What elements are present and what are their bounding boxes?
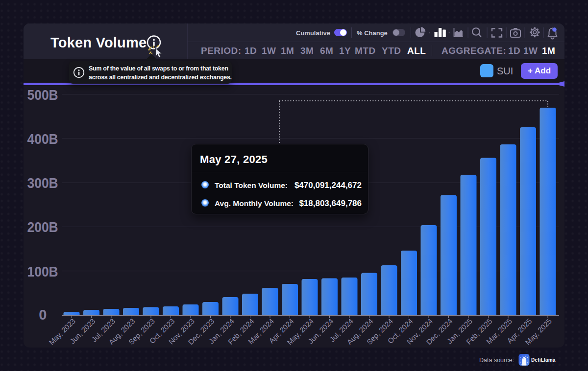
svg-text:100B: 100B — [27, 264, 58, 279]
svg-text:400B: 400B — [27, 131, 58, 147]
svg-text:0: 0 — [39, 307, 47, 323]
svg-text:500B: 500B — [27, 87, 58, 103]
svg-text:200B: 200B — [27, 219, 58, 235]
svg-text:300B: 300B — [27, 175, 58, 191]
